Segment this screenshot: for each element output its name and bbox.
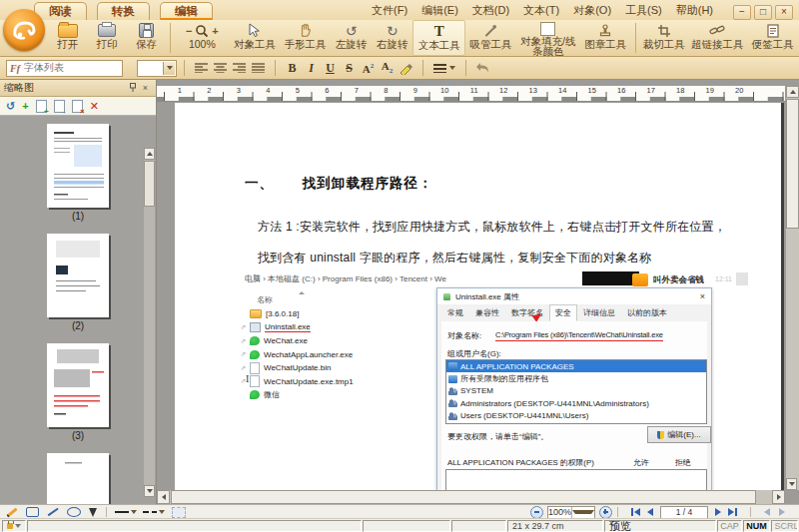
- ribbon-tab[interactable]: 阅读: [34, 2, 87, 20]
- object-tool-button[interactable]: 对象工具: [230, 20, 281, 56]
- hand-icon: [298, 23, 313, 38]
- lock-toggle[interactable]: [2, 520, 26, 532]
- dash-style-dropdown[interactable]: [143, 510, 165, 514]
- align-center-button[interactable]: [212, 60, 229, 77]
- line-style-dropdown[interactable]: [115, 510, 137, 514]
- pen-tool-button[interactable]: [89, 508, 97, 517]
- subscript-button[interactable]: A2: [379, 60, 396, 77]
- ellipse-tool-button[interactable]: [67, 507, 81, 517]
- page-thumbnail[interactable]: [47, 453, 109, 504]
- text-tool-button[interactable]: T 文本工具: [412, 20, 465, 56]
- line-tool-button[interactable]: [47, 511, 59, 513]
- pin-panel-icon[interactable]: [126, 83, 139, 94]
- menu-item[interactable]: 对象(O): [566, 3, 618, 18]
- page-thumbnail[interactable]: [47, 124, 109, 208]
- thumbnail-scrollbar[interactable]: [144, 148, 155, 497]
- font-list-dropdown[interactable]: Ff 字体列表: [6, 60, 123, 77]
- zoom-out-button[interactable]: [530, 506, 543, 519]
- superscript-button[interactable]: A2: [360, 60, 377, 77]
- ribbon-tab[interactable]: 转换: [97, 2, 150, 20]
- strikethrough-button[interactable]: S: [341, 60, 358, 77]
- rotate-page-button[interactable]: ↺: [6, 101, 15, 112]
- menu-item[interactable]: 工具(S): [618, 3, 669, 18]
- print-button[interactable]: 打印: [87, 20, 126, 56]
- italic-button[interactable]: I: [303, 60, 320, 77]
- vertical-scrollbar[interactable]: [786, 86, 799, 490]
- save-button[interactable]: 保存: [127, 20, 166, 56]
- previous-page-button[interactable]: [647, 508, 653, 516]
- eyedropper-button[interactable]: 吸管工具: [465, 20, 516, 56]
- close-panel-icon[interactable]: ×: [139, 83, 152, 93]
- scroll-up-icon[interactable]: [144, 148, 155, 160]
- close-button[interactable]: ×: [775, 5, 793, 20]
- sort-caret-icon: [299, 291, 305, 294]
- open-button[interactable]: 打开: [48, 20, 87, 56]
- scroll-up-icon[interactable]: [786, 86, 799, 98]
- zoom-level-dropdown[interactable]: 100%: [547, 506, 595, 519]
- align-justify-button[interactable]: [250, 60, 267, 77]
- lock-icon: [7, 523, 13, 529]
- next-page-button[interactable]: [715, 508, 721, 516]
- page-thumbnail[interactable]: [47, 234, 109, 317]
- hyperlink-tool-button[interactable]: 超链接工具: [688, 20, 746, 56]
- file-pin-mark: ⇗: [237, 323, 250, 331]
- account-row: 所有受限制的应用程序包: [446, 372, 706, 384]
- account-row: Users (DESKTOP-U441MNL\Users): [446, 410, 706, 422]
- extract-page-button[interactable]: →: [54, 100, 65, 113]
- menu-item[interactable]: 文本(T): [516, 3, 566, 18]
- rotate-left-button[interactable]: ↺ 左旋转: [331, 20, 372, 56]
- note-tool-button[interactable]: 便签工具: [746, 20, 799, 56]
- rotate-right-button[interactable]: ↻ 右旋转: [372, 20, 412, 56]
- highlighter-button[interactable]: [398, 60, 414, 77]
- next-view-button[interactable]: [779, 508, 785, 516]
- zoom-in-button[interactable]: +: [212, 25, 218, 37]
- pdf-page[interactable]: 一、 找到卸载程序路径： 方法 1 :安装完软件，找到应用快捷方式，鼠标放软件上…: [175, 103, 781, 490]
- minimize-button[interactable]: −: [733, 5, 751, 20]
- ribbon-tab[interactable]: 编辑: [160, 2, 213, 20]
- menu-item[interactable]: 文件(F): [365, 3, 414, 18]
- underline-button[interactable]: U: [322, 60, 339, 77]
- scroll-down-icon[interactable]: [144, 485, 155, 497]
- page-indicator-input[interactable]: 1 / 4: [660, 506, 708, 519]
- bold-button[interactable]: B: [284, 60, 301, 77]
- stamp-tool-button[interactable]: 图章工具: [580, 20, 631, 56]
- zoom-control[interactable]: − + 100%: [175, 20, 229, 56]
- file-pin-mark: ⇗: [237, 337, 250, 345]
- line-width-dropdown[interactable]: [431, 60, 457, 77]
- scrollbar-thumb[interactable]: [786, 99, 799, 229]
- font-size-dropdown[interactable]: [137, 60, 177, 77]
- menu-item[interactable]: 帮助(H): [669, 3, 720, 18]
- hand-tool-button[interactable]: 手形工具: [280, 20, 331, 56]
- scroll-down-icon[interactable]: [786, 478, 797, 490]
- scrollbar-thumb[interactable]: [171, 490, 756, 504]
- menu-item[interactable]: 编辑(E): [414, 3, 465, 18]
- insert-page-button[interactable]: +: [36, 100, 47, 113]
- replace-page-button[interactable]: ×: [72, 100, 83, 113]
- ruler-number: 4: [254, 86, 284, 95]
- maximize-button[interactable]: □: [754, 5, 772, 20]
- delete-page-button[interactable]: ✕: [90, 101, 99, 112]
- scroll-right-icon[interactable]: [772, 490, 785, 504]
- menu-item[interactable]: 文档(D): [465, 3, 516, 18]
- previous-view-button[interactable]: [764, 508, 770, 516]
- zoom-in-button[interactable]: [599, 506, 612, 519]
- crop-tool-button[interactable]: 裁切工具: [639, 20, 688, 56]
- first-page-button[interactable]: [631, 508, 640, 516]
- dashed-line-icon: [143, 511, 157, 513]
- rectangle-tool-button[interactable]: [26, 507, 39, 517]
- align-left-button[interactable]: [193, 60, 210, 77]
- bottom-toolbar: 100% 1 / 4: [0, 504, 799, 519]
- scrollbar-thumb[interactable]: [144, 161, 155, 207]
- fill-stroke-color-button[interactable]: 对象填充/线条颜色: [516, 20, 580, 56]
- zoom-out-button[interactable]: −: [186, 25, 192, 37]
- dialog-tab: 常规: [441, 304, 469, 321]
- scroll-left-icon[interactable]: [157, 490, 170, 504]
- undo-button[interactable]: [474, 60, 491, 77]
- add-page-button[interactable]: +: [22, 101, 28, 112]
- app-logo-elephant-icon[interactable]: [3, 9, 45, 51]
- page-thumbnail[interactable]: [47, 343, 109, 427]
- horizontal-scrollbar[interactable]: [157, 490, 785, 504]
- pencil-tool-button[interactable]: [6, 511, 18, 514]
- last-page-button[interactable]: [728, 508, 737, 516]
- align-right-button[interactable]: [231, 60, 248, 77]
